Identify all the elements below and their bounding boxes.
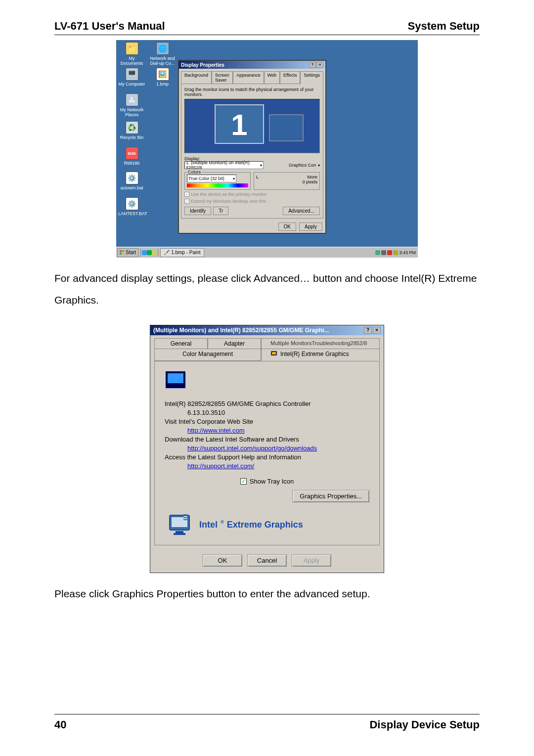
- dialog-title-bar: Display Properties ? ×: [179, 61, 325, 69]
- intel-downloads-link[interactable]: http://support.intel.com/support/go/down…: [187, 445, 317, 452]
- primary-monitor-checkbox: ✓Use this device as the primary monitor: [184, 192, 320, 197]
- svg-rect-10: [183, 518, 187, 519]
- dialog-title-bar: (Multiple Monitors) and Intel(R) 82852/8…: [150, 325, 384, 335]
- windows-logo-icon: [120, 250, 125, 255]
- tab-color-management[interactable]: Color Management: [154, 349, 261, 361]
- visit-site-label: Visit Intel's Corporate Web Site: [165, 418, 369, 425]
- desktop-icon-network-places[interactable]: 🖧My Network Places: [118, 93, 145, 117]
- show-tray-icon-checkbox[interactable]: ✓ Show Tray Icon: [165, 478, 369, 485]
- svg-rect-1: [122, 250, 124, 252]
- tab-settings[interactable]: Settings: [300, 71, 323, 84]
- display-select[interactable]: 1. (Multiple Monitors) on Intel(R) 82852…: [184, 161, 264, 169]
- desktop-icon-lantest[interactable]: ⚙️LANTEST.BAT: [118, 197, 145, 216]
- tray-icon-2[interactable]: [381, 250, 386, 255]
- controller-name: Intel(R) 82852/82855 GM/GME Graphics Con…: [165, 400, 369, 407]
- checkbox-icon: ✓: [240, 478, 247, 485]
- tab-web[interactable]: Web: [264, 71, 280, 84]
- tab-screensaver[interactable]: Screen Saver: [212, 71, 233, 84]
- desktop-icon-1bmp[interactable]: 🖼️1.bmp: [149, 68, 176, 87]
- apply-button[interactable]: Apply: [299, 222, 322, 231]
- tab-general[interactable]: General: [154, 338, 208, 349]
- tray-icon-3[interactable]: [387, 250, 392, 255]
- screen-area-fieldset: LMore 0 pixels: [254, 172, 320, 190]
- quick-launch-icon-3[interactable]: [152, 250, 157, 255]
- monitor-1-icon[interactable]: 1: [215, 104, 264, 144]
- intel-monitor-large-icon: [165, 370, 186, 389]
- body-text-2: Please click Graphics Properties button …: [54, 583, 480, 605]
- instruction-text: Drag the monitor icons to match the phys…: [184, 87, 320, 97]
- download-drivers-label: Download the Latest Intel Software and D…: [165, 436, 369, 443]
- graphics-con-link[interactable]: Graphics Con: [289, 163, 316, 168]
- color-depth-select[interactable]: True Color (32 bit): [187, 175, 236, 182]
- screenshot-intel-extreme-graphics: (Multiple Monitors) and Intel(R) 82852/8…: [150, 325, 384, 573]
- svg-rect-5: [272, 352, 276, 355]
- pixels-label: 0 pixels: [256, 179, 317, 184]
- desktop-icon-autowin[interactable]: ⚙️autowin.bat: [118, 172, 145, 190]
- monitor-arrangement-area[interactable]: 1: [184, 99, 320, 153]
- section-title: System Setup: [408, 20, 480, 33]
- page-number: 40: [54, 718, 66, 731]
- settings-panel: Drag the monitor icons to match the phys…: [181, 84, 323, 219]
- svg-rect-0: [120, 250, 122, 252]
- cancel-button[interactable]: Cancel: [247, 554, 287, 567]
- manual-title: LV-671 User's Manual: [54, 20, 165, 33]
- intel-panel: Intel(R) 82852/82855 GM/GME Graphics Con…: [154, 361, 380, 545]
- dialog-title-text: Display Properties: [181, 62, 224, 68]
- svg-rect-11: [176, 531, 183, 533]
- color-spectrum-bar: [187, 183, 248, 187]
- desktop-icon-rtl8180[interactable]: 8180RtI8180: [118, 147, 145, 166]
- close-icon[interactable]: ×: [373, 327, 381, 334]
- tab-monitor-troubleshooting[interactable]: Multiple MonitorsTroubleshooting2852/8: [261, 338, 380, 349]
- page-footer: 40 Display Device Setup: [54, 714, 480, 731]
- svg-rect-2: [120, 253, 122, 255]
- desktop-icon-recycle-bin[interactable]: ♻️Recycle Bin: [118, 121, 145, 140]
- taskbar-divider: [158, 249, 158, 257]
- identify-button[interactable]: Identify: [184, 207, 211, 215]
- colors-legend: Colors: [187, 170, 202, 175]
- desktop-icon-network-dialup[interactable]: 🌐Network and Dial-up Co...: [149, 42, 176, 66]
- tab-adapter[interactable]: Adapter: [208, 338, 261, 349]
- start-button[interactable]: Start: [117, 248, 138, 257]
- intel-homepage-link[interactable]: http://www.intel.com: [187, 427, 245, 434]
- desktop-icon-my-documents[interactable]: 📁My Documents: [118, 42, 145, 66]
- tabs-row: Background Screen Saver Appearance Web E…: [181, 71, 323, 84]
- more-label: More: [307, 175, 317, 179]
- monitor-2-icon[interactable]: [269, 114, 304, 141]
- driver-version: 6.13.10.3510: [165, 409, 369, 416]
- ok-button[interactable]: OK: [203, 554, 242, 567]
- help-icon[interactable]: ?: [309, 62, 316, 68]
- quick-launch-icon-1[interactable]: [142, 250, 147, 255]
- intel-brand-text: Intel® Extreme Graphics: [199, 520, 303, 530]
- display-properties-dialog: Display Properties ? × Background Screen…: [178, 60, 326, 234]
- desktop-icon-my-computer[interactable]: 🖥️My Computer: [118, 68, 145, 87]
- graphics-properties-button[interactable]: Graphics Properties...: [292, 490, 369, 502]
- taskbar-task-paint[interactable]: 🖌️1.bmp - Paint: [160, 248, 204, 257]
- svg-rect-3: [122, 253, 124, 255]
- body-text-1: For advanced display settings, please cl…: [54, 267, 480, 311]
- svg-rect-9: [183, 516, 187, 517]
- apply-button[interactable]: Apply: [292, 554, 331, 567]
- dialog-title-text: (Multiple Monitors) and Intel(R) 82852/8…: [153, 327, 329, 334]
- svg-rect-12: [174, 533, 185, 535]
- tray-icon-4[interactable]: [393, 250, 398, 255]
- intel-support-link[interactable]: http://support.intel.com/: [187, 462, 254, 470]
- taskbar: Start 🖌️1.bmp - Paint 3:43 PM: [116, 247, 418, 258]
- tab-background[interactable]: Background: [181, 71, 212, 84]
- footer-section: Display Device Setup: [369, 718, 480, 731]
- tab-intel-extreme-graphics[interactable]: Intel(R) Extreme Graphics: [261, 349, 380, 361]
- tr-button[interactable]: Tr: [213, 207, 228, 215]
- tab-effects[interactable]: Effects: [280, 71, 300, 84]
- close-icon[interactable]: ×: [316, 62, 323, 68]
- taskbar-divider: [140, 249, 141, 257]
- ok-button[interactable]: OK: [278, 222, 296, 231]
- taskbar-clock: 3:43 PM: [399, 250, 416, 255]
- quick-launch-icon-2[interactable]: [147, 250, 152, 255]
- tray-icon-1[interactable]: [375, 250, 380, 255]
- intel-brand-row: Intel® Extreme Graphics: [165, 508, 369, 538]
- desktop-background: 📁My Documents 🌐Network and Dial-up Co...…: [116, 40, 418, 258]
- support-help-label: Access the Latest Support Help and Infor…: [165, 453, 369, 461]
- tab-appearance[interactable]: Appearance: [233, 71, 264, 84]
- help-icon[interactable]: ?: [364, 327, 372, 334]
- extend-desktop-checkbox: ✓Extend my Windows desktop onto this: [184, 199, 320, 204]
- advanced-button[interactable]: Advanced...: [283, 207, 320, 215]
